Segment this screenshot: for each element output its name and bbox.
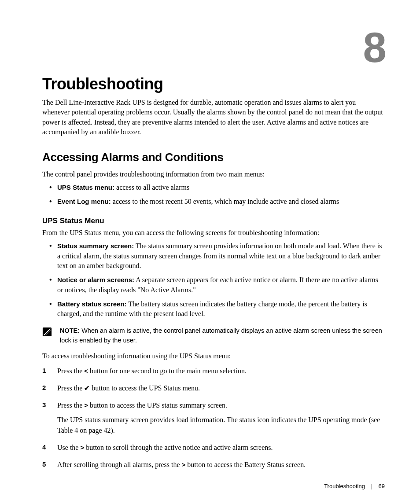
step-item: After scrolling through all alarms, pres… [42,460,385,470]
check-icon: ✔ [84,383,90,393]
subsection-title: UPS Status Menu [42,217,385,225]
note-block: NOTE: When an alarm is active, the contr… [42,326,385,346]
step-text-b: button for one second to go to the main … [88,367,247,375]
note-label: NOTE: [60,327,80,334]
step-text-a: Press the [57,401,84,409]
step-text-b: button to access the UPS Status menu. [90,384,200,392]
step-text-b: button to access the UPS status summary … [88,401,227,409]
footer-page-number: 69 [379,483,385,489]
right-arrow-icon: > [84,401,88,410]
bullet-label: UPS Status menu: [57,184,114,191]
list-item: Event Log menu: access to the most recen… [57,197,385,206]
step-item: Press the < button for one second to go … [42,366,385,376]
bullet-text: access to all active alarms [114,184,189,191]
step-item: Use the > button to scroll through the a… [42,442,385,452]
note-body: When an alarm is active, the control pan… [60,327,382,344]
step-text-a: Press the [57,384,84,392]
section-bullets: UPS Status menu: access to all active al… [42,183,385,207]
bullet-label: Notice or alarm screens: [57,276,134,283]
bullet-label: Status summary screen: [57,242,134,250]
page-footer: Troubleshooting | 69 [42,483,385,489]
step-text-a: After scrolling through all alarms, pres… [57,461,182,468]
section-title: Accessing Alarms and Conditions [42,151,385,164]
document-page: 8 Troubleshooting The Dell Line-Interact… [0,0,420,504]
chapter-title: Troubleshooting [42,75,385,93]
bullet-label: Battery status screen: [57,300,127,308]
subsection-bullets: Status summary screen: The status summar… [42,241,385,319]
section-intro: The control panel provides troubleshooti… [42,169,385,179]
note-icon [42,327,52,337]
list-item: Battery status screen: The battery statu… [57,299,385,319]
step-text-a: Press the [57,367,84,375]
steps-intro: To access troubleshooting information us… [42,351,385,361]
step-text-b: button to scroll through the active noti… [84,444,273,451]
left-arrow-icon: < [84,366,88,376]
footer-section: Troubleshooting [324,483,365,489]
footer-separator: | [371,483,372,489]
step-item: Press the ✔ button to access the UPS Sta… [42,383,385,393]
note-text: NOTE: When an alarm is active, the contr… [60,326,385,346]
step-text-a: Use the [57,444,80,451]
list-item: UPS Status menu: access to all active al… [57,183,385,192]
bullet-text: access to the most recent 50 events, whi… [111,198,339,205]
subsection-intro: From the UPS Status menu, you can access… [42,228,385,238]
step-subtext: The UPS status summary screen provides l… [57,415,385,435]
chapter-intro: The Dell Line-Interactive Rack UPS is de… [42,98,385,137]
list-item: Status summary screen: The status summar… [57,241,385,271]
steps-list: Press the < button for one second to go … [42,366,385,470]
bullet-label: Event Log menu: [57,198,111,205]
chapter-number: 8 [42,26,385,69]
step-item: Press the > button to access the UPS sta… [42,400,385,435]
step-text-b: button to access the Battery Status scre… [185,461,306,468]
list-item: Notice or alarm screens: A separate scre… [57,275,385,295]
right-arrow-icon: > [80,443,84,452]
